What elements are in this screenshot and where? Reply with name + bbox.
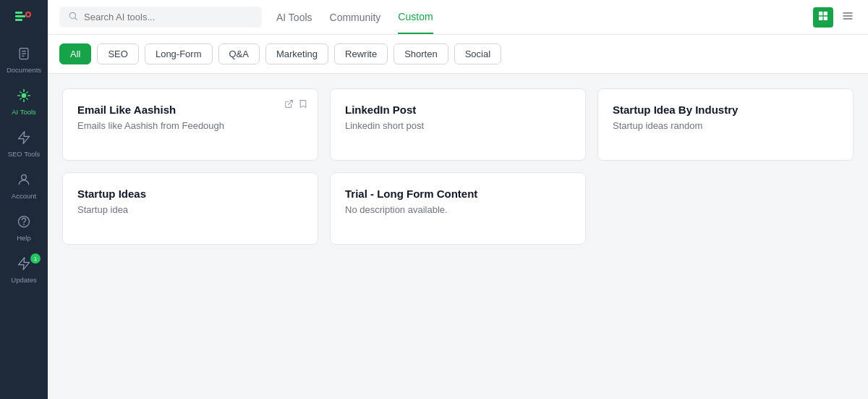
seotools-icon <box>17 130 31 147</box>
updates-badge: 1 <box>30 253 41 264</box>
card-title-5: Trial - Long Form Content <box>345 188 571 200</box>
svg-rect-16 <box>819 16 822 20</box>
card-trial-longform[interactable]: Trial - Long Form Content No description… <box>330 172 586 245</box>
documents-icon <box>17 46 31 63</box>
filter-marketing[interactable]: Marketing <box>265 43 328 64</box>
card-startup-ideas[interactable]: Startup Ideas Startup idea <box>62 172 318 245</box>
svg-point-9 <box>22 93 27 98</box>
filter-bar: All SEO Long-Form Q&A Marketing Rewrite … <box>48 35 868 74</box>
card-startup-idea-industry[interactable]: Startup Idea By Industry Startup ideas r… <box>597 88 854 161</box>
sidebar-item-documents-label: Documents <box>7 66 41 74</box>
card-desc-3: Startup ideas random <box>613 120 838 131</box>
account-icon <box>17 172 31 189</box>
card-desc-1: Emails like Aashish from Feedough <box>77 120 303 131</box>
nav-link-custom[interactable]: Custom <box>398 1 433 34</box>
svg-rect-0 <box>15 12 22 14</box>
svg-point-4 <box>27 13 30 16</box>
sidebar-item-seotools-label: SEO Tools <box>8 150 41 158</box>
sidebar-item-aitools-label: AI Tools <box>12 108 36 116</box>
filter-shorten[interactable]: Shorten <box>393 43 448 64</box>
logo[interactable] <box>12 9 35 32</box>
search-icon <box>68 11 78 23</box>
grid-view-button[interactable] <box>813 7 833 28</box>
card-title-1: Email Like Aashish <box>77 104 303 116</box>
svg-point-12 <box>23 224 25 225</box>
cards-area: Email Like Aashish Emails like Aashish f… <box>48 74 868 399</box>
topnav: AI Tools Community Custom <box>48 0 868 35</box>
search-input[interactable] <box>84 12 253 22</box>
sidebar-item-help[interactable]: Help <box>0 207 48 249</box>
card-desc-5: No description available. <box>345 204 571 215</box>
view-toggles <box>813 7 856 28</box>
aitools-icon <box>17 88 31 105</box>
sidebar-item-account[interactable]: Account <box>0 165 48 207</box>
filter-social[interactable]: Social <box>454 43 501 64</box>
cards-grid: Email Like Aashish Emails like Aashish f… <box>62 88 854 245</box>
card-desc-2: Linkedin short post <box>345 120 571 131</box>
search-wrapper[interactable] <box>59 7 262 28</box>
sidebar: Documents AI Tools SEO Tools Account <box>0 0 48 399</box>
card-title-3: Startup Idea By Industry <box>613 104 838 116</box>
sidebar-item-documents[interactable]: Documents <box>0 39 48 81</box>
card-actions-1 <box>284 99 307 111</box>
sidebar-item-help-label: Help <box>17 234 31 242</box>
card-bookmark-icon[interactable] <box>298 99 307 111</box>
card-desc-4: Startup idea <box>77 204 303 215</box>
list-view-button[interactable] <box>839 7 856 28</box>
nav-links: AI Tools Community Custom <box>276 1 799 34</box>
filter-rewrite[interactable]: Rewrite <box>334 43 388 64</box>
svg-rect-17 <box>824 16 827 20</box>
card-external-link-icon[interactable] <box>284 99 294 111</box>
updates-icon <box>17 256 31 273</box>
svg-rect-14 <box>819 12 822 15</box>
nav-link-community[interactable]: Community <box>330 1 381 33</box>
filter-all[interactable]: All <box>59 43 91 64</box>
filter-qa[interactable]: Q&A <box>218 43 260 64</box>
sidebar-item-updates[interactable]: Updates 1 <box>0 249 48 291</box>
sidebar-item-updates-label: Updates <box>11 276 36 284</box>
svg-rect-15 <box>824 12 827 15</box>
sidebar-item-aitools[interactable]: AI Tools <box>0 81 48 123</box>
card-title-2: LinkedIn Post <box>345 104 571 116</box>
card-linkedin-post[interactable]: LinkedIn Post Linkedin short post <box>330 88 586 161</box>
svg-rect-2 <box>15 19 22 21</box>
card-email-aashish[interactable]: Email Like Aashish Emails like Aashish f… <box>62 88 318 161</box>
main-content: AI Tools Community Custom <box>48 0 868 399</box>
card-title-4: Startup Ideas <box>77 188 303 200</box>
nav-link-aitools[interactable]: AI Tools <box>276 1 312 33</box>
help-icon <box>17 214 31 231</box>
svg-rect-1 <box>15 15 25 17</box>
svg-point-10 <box>22 175 27 180</box>
filter-longform[interactable]: Long-Form <box>145 43 213 64</box>
filter-seo[interactable]: SEO <box>97 43 138 64</box>
sidebar-item-account-label: Account <box>12 192 36 200</box>
sidebar-item-seotools[interactable]: SEO Tools <box>0 123 48 165</box>
